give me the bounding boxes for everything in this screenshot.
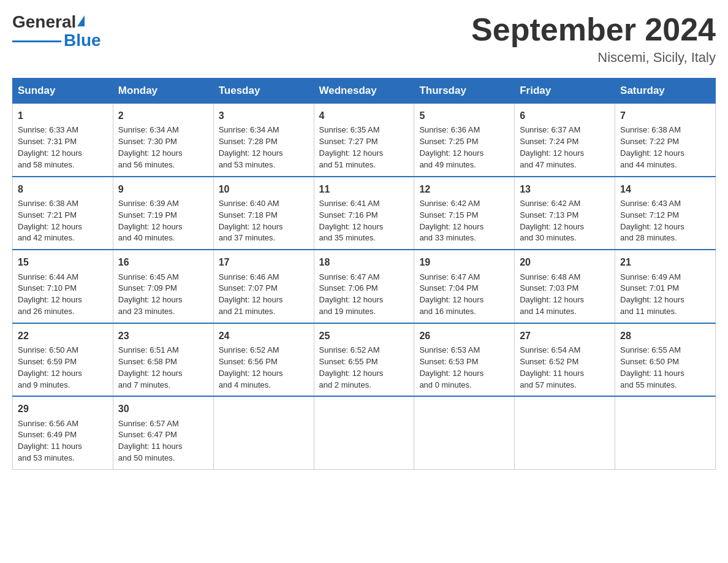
day-number: 26 — [419, 329, 509, 343]
header-thursday: Thursday — [414, 79, 515, 104]
calendar-week-4: 22Sunrise: 6:50 AMSunset: 6:59 PMDayligh… — [13, 323, 716, 397]
calendar-cell: 18Sunrise: 6:47 AMSunset: 7:06 PMDayligh… — [314, 250, 414, 323]
calendar-cell: 25Sunrise: 6:52 AMSunset: 6:55 PMDayligh… — [314, 323, 414, 397]
day-info: Sunrise: 6:34 AMSunset: 7:30 PMDaylight:… — [118, 125, 183, 169]
day-info: Sunrise: 6:57 AMSunset: 6:47 PMDaylight:… — [118, 419, 183, 463]
logo-line — [12, 40, 61, 42]
calendar-cell: 15Sunrise: 6:44 AMSunset: 7:10 PMDayligh… — [13, 250, 113, 323]
calendar-cell: 30Sunrise: 6:57 AMSunset: 6:47 PMDayligh… — [113, 396, 213, 469]
day-number: 11 — [319, 182, 409, 196]
day-info: Sunrise: 6:42 AMSunset: 7:15 PMDaylight:… — [419, 199, 483, 243]
day-info: Sunrise: 6:52 AMSunset: 6:56 PMDaylight:… — [219, 345, 283, 389]
day-info: Sunrise: 6:42 AMSunset: 7:13 PMDaylight:… — [520, 199, 584, 243]
day-info: Sunrise: 6:40 AMSunset: 7:18 PMDaylight:… — [219, 199, 283, 243]
logo-text: General — [12, 12, 85, 32]
day-number: 24 — [219, 329, 309, 343]
calendar-cell — [615, 396, 716, 469]
calendar-cell: 29Sunrise: 6:56 AMSunset: 6:49 PMDayligh… — [13, 396, 113, 469]
day-number: 17 — [219, 255, 309, 269]
calendar-cell: 21Sunrise: 6:49 AMSunset: 7:01 PMDayligh… — [615, 250, 716, 323]
calendar-cell: 10Sunrise: 6:40 AMSunset: 7:18 PMDayligh… — [213, 177, 314, 250]
calendar-cell: 23Sunrise: 6:51 AMSunset: 6:58 PMDayligh… — [113, 323, 213, 397]
calendar-cell: 17Sunrise: 6:46 AMSunset: 7:07 PMDayligh… — [213, 250, 314, 323]
day-number: 29 — [18, 402, 108, 416]
day-number: 28 — [620, 329, 710, 343]
day-number: 7 — [620, 109, 710, 123]
calendar-cell — [414, 396, 515, 469]
day-info: Sunrise: 6:45 AMSunset: 7:09 PMDaylight:… — [118, 272, 183, 316]
calendar-cell: 12Sunrise: 6:42 AMSunset: 7:15 PMDayligh… — [414, 177, 515, 250]
day-info: Sunrise: 6:43 AMSunset: 7:12 PMDaylight:… — [620, 199, 684, 243]
calendar-cell — [515, 396, 615, 469]
logo-general-text: General — [12, 12, 76, 32]
calendar-cell: 1Sunrise: 6:33 AMSunset: 7:31 PMDaylight… — [13, 104, 113, 177]
header-sunday: Sunday — [13, 79, 113, 104]
day-info: Sunrise: 6:52 AMSunset: 6:55 PMDaylight:… — [319, 345, 384, 389]
calendar-cell: 3Sunrise: 6:34 AMSunset: 7:28 PMDaylight… — [213, 104, 314, 177]
calendar-cell: 22Sunrise: 6:50 AMSunset: 6:59 PMDayligh… — [13, 323, 113, 397]
day-number: 4 — [319, 109, 409, 123]
day-info: Sunrise: 6:33 AMSunset: 7:31 PMDaylight:… — [18, 125, 82, 169]
day-info: Sunrise: 6:56 AMSunset: 6:49 PMDaylight:… — [18, 419, 82, 463]
logo: General Blue — [12, 12, 101, 50]
day-number: 12 — [419, 182, 509, 196]
calendar-week-5: 29Sunrise: 6:56 AMSunset: 6:49 PMDayligh… — [13, 396, 716, 469]
calendar-cell: 7Sunrise: 6:38 AMSunset: 7:22 PMDaylight… — [615, 104, 716, 177]
day-number: 3 — [219, 109, 309, 123]
day-info: Sunrise: 6:50 AMSunset: 6:59 PMDaylight:… — [18, 345, 82, 389]
logo-triangle-icon — [77, 15, 85, 26]
header-tuesday: Tuesday — [213, 79, 314, 104]
day-info: Sunrise: 6:44 AMSunset: 7:10 PMDaylight:… — [18, 272, 82, 316]
calendar-week-3: 15Sunrise: 6:44 AMSunset: 7:10 PMDayligh… — [13, 250, 716, 323]
day-number: 2 — [118, 109, 208, 123]
day-number: 20 — [520, 255, 610, 269]
calendar-cell: 20Sunrise: 6:48 AMSunset: 7:03 PMDayligh… — [515, 250, 615, 323]
day-info: Sunrise: 6:54 AMSunset: 6:52 PMDaylight:… — [520, 345, 584, 389]
day-number: 1 — [18, 109, 108, 123]
day-info: Sunrise: 6:39 AMSunset: 7:19 PMDaylight:… — [118, 199, 183, 243]
calendar-cell: 13Sunrise: 6:42 AMSunset: 7:13 PMDayligh… — [515, 177, 615, 250]
day-info: Sunrise: 6:34 AMSunset: 7:28 PMDaylight:… — [219, 125, 283, 169]
day-info: Sunrise: 6:55 AMSunset: 6:50 PMDaylight:… — [620, 345, 684, 389]
calendar-cell: 4Sunrise: 6:35 AMSunset: 7:27 PMDaylight… — [314, 104, 414, 177]
day-info: Sunrise: 6:47 AMSunset: 7:04 PMDaylight:… — [419, 272, 483, 316]
day-info: Sunrise: 6:41 AMSunset: 7:16 PMDaylight:… — [319, 199, 384, 243]
day-number: 13 — [520, 182, 610, 196]
title-area: September 2024 Niscemi, Sicily, Italy — [471, 12, 716, 66]
header-wednesday: Wednesday — [314, 79, 414, 104]
day-info: Sunrise: 6:37 AMSunset: 7:24 PMDaylight:… — [520, 125, 584, 169]
day-number: 19 — [419, 255, 509, 269]
day-number: 27 — [520, 329, 610, 343]
day-number: 16 — [118, 255, 208, 269]
day-number: 22 — [18, 329, 108, 343]
day-number: 5 — [419, 109, 509, 123]
day-number: 6 — [520, 109, 610, 123]
header-monday: Monday — [113, 79, 213, 104]
day-info: Sunrise: 6:53 AMSunset: 6:53 PMDaylight:… — [419, 345, 483, 389]
day-number: 21 — [620, 255, 710, 269]
day-number: 15 — [18, 255, 108, 269]
page-header: General Blue September 2024 Niscemi, Sic… — [12, 12, 716, 66]
location: Niscemi, Sicily, Italy — [471, 50, 716, 66]
calendar-cell: 11Sunrise: 6:41 AMSunset: 7:16 PMDayligh… — [314, 177, 414, 250]
calendar-week-2: 8Sunrise: 6:38 AMSunset: 7:21 PMDaylight… — [13, 177, 716, 250]
day-number: 23 — [118, 329, 208, 343]
calendar-cell: 27Sunrise: 6:54 AMSunset: 6:52 PMDayligh… — [515, 323, 615, 397]
calendar-cell: 8Sunrise: 6:38 AMSunset: 7:21 PMDaylight… — [13, 177, 113, 250]
day-info: Sunrise: 6:36 AMSunset: 7:25 PMDaylight:… — [419, 125, 483, 169]
calendar-cell: 28Sunrise: 6:55 AMSunset: 6:50 PMDayligh… — [615, 323, 716, 397]
day-info: Sunrise: 6:38 AMSunset: 7:21 PMDaylight:… — [18, 199, 82, 243]
header-friday: Friday — [515, 79, 615, 104]
day-info: Sunrise: 6:46 AMSunset: 7:07 PMDaylight:… — [219, 272, 283, 316]
calendar-cell: 9Sunrise: 6:39 AMSunset: 7:19 PMDaylight… — [113, 177, 213, 250]
day-number: 25 — [319, 329, 409, 343]
calendar-cell: 24Sunrise: 6:52 AMSunset: 6:56 PMDayligh… — [213, 323, 314, 397]
day-info: Sunrise: 6:35 AMSunset: 7:27 PMDaylight:… — [319, 125, 384, 169]
weekday-header-row: Sunday Monday Tuesday Wednesday Thursday… — [13, 79, 716, 104]
logo-blue-text: Blue — [64, 31, 101, 50]
calendar-cell — [314, 396, 414, 469]
calendar-cell: 19Sunrise: 6:47 AMSunset: 7:04 PMDayligh… — [414, 250, 515, 323]
calendar-cell: 2Sunrise: 6:34 AMSunset: 7:30 PMDaylight… — [113, 104, 213, 177]
calendar-cell: 16Sunrise: 6:45 AMSunset: 7:09 PMDayligh… — [113, 250, 213, 323]
day-info: Sunrise: 6:51 AMSunset: 6:58 PMDaylight:… — [118, 345, 183, 389]
